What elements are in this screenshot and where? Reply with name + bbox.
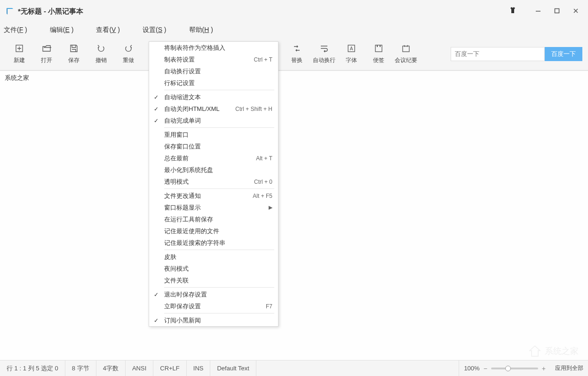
check-icon: ✓ [154, 291, 159, 298]
dropdown-item[interactable]: 窗口标题显示▶ [149, 202, 278, 213]
check-icon: ✓ [154, 94, 159, 101]
zoom-slider[interactable] [491, 368, 538, 369]
apply-all-button[interactable]: 应用到全部 [550, 364, 588, 372]
dropdown-item-label: 自动换行设置 [164, 67, 201, 76]
dropdown-item-label: 文件更改通知 [164, 192, 201, 200]
open-button[interactable]: 打开 [33, 41, 60, 67]
dropdown-item[interactable]: 将制表符作为空格插入 [149, 42, 278, 54]
menu-view[interactable]: 查看(V ) [96, 26, 120, 34]
save-button[interactable]: 保存 [60, 41, 87, 67]
dropdown-item[interactable]: 重用窗口 [149, 129, 278, 141]
menu-edit[interactable]: 编辑(E ) [50, 26, 74, 34]
app-icon [6, 7, 14, 16]
dropdown-item[interactable]: ✓订阅小黑新闻 [149, 314, 278, 326]
dropdown-item[interactable]: 文件关联 [149, 274, 278, 286]
dropdown-item[interactable]: 记住最近使用的文件 [149, 225, 278, 237]
font-button[interactable]: A 字体 [338, 41, 365, 67]
tool-label: 撤销 [95, 56, 107, 64]
dropdown-item-label: 文件关联 [164, 276, 189, 285]
dropdown-item[interactable]: 透明模式Ctrl + 0 [149, 176, 278, 188]
note-icon [373, 43, 384, 54]
check-icon: ✓ [154, 118, 159, 124]
svg-rect-1 [555, 9, 559, 13]
tool-label: 打开 [41, 56, 52, 64]
menu-help[interactable]: 帮助(H ) [189, 26, 213, 34]
dropdown-item[interactable]: 保存窗口位置 [149, 141, 278, 152]
window-title: *无标题 - 小黑记事本 [18, 7, 509, 16]
wrap-button[interactable]: 自动换行 [310, 41, 338, 67]
status-lang[interactable]: Default Text [210, 360, 256, 376]
replace-button[interactable]: 替换 [283, 41, 310, 67]
dropdown-item-label: 在运行工具前保存 [164, 215, 213, 224]
new-button[interactable]: 新建 [6, 41, 33, 67]
redo-button[interactable]: 重做 [115, 41, 142, 67]
dropdown-item[interactable]: 最小化到系统托盘 [149, 164, 278, 176]
maximize-icon[interactable] [554, 7, 560, 16]
tool-label: 自动换行 [313, 56, 335, 64]
minimize-icon[interactable] [535, 7, 541, 16]
tool-label: 重做 [123, 56, 134, 64]
status-lineend[interactable]: CR+LF [153, 360, 187, 376]
svg-rect-7 [380, 45, 381, 47]
dropdown-item[interactable]: 夜间模式 [149, 263, 278, 274]
save-icon [69, 43, 79, 54]
dropdown-item[interactable]: ✓自动完成单词 [149, 115, 278, 126]
check-icon: ✓ [154, 317, 159, 324]
zoom-control: 100% − + [459, 365, 550, 372]
watermark: 系统之家 [528, 345, 579, 357]
menu-settings[interactable]: 设置(S ) [143, 26, 167, 34]
dropdown-item[interactable]: 立即保存设置F7 [149, 300, 278, 312]
wrap-icon [319, 43, 329, 54]
search-button[interactable]: 百度一下 [545, 47, 582, 61]
zoom-out-icon[interactable]: − [484, 365, 487, 372]
close-icon[interactable] [573, 7, 579, 16]
status-mode[interactable]: INS [187, 360, 211, 376]
tool-label: 替换 [291, 56, 302, 64]
dropdown-item[interactable]: 文件更改通知Alt + F5 [149, 190, 278, 202]
status-chars[interactable]: 4字数 [96, 360, 126, 376]
svg-rect-6 [377, 45, 378, 47]
note-button[interactable]: 便签 [365, 41, 392, 67]
dropdown-item-label: 将制表符作为空格插入 [164, 44, 225, 52]
editor-content: 系统之家 [5, 74, 29, 81]
undo-button[interactable]: 撤销 [87, 41, 115, 67]
dropdown-item[interactable]: 自动换行设置 [149, 65, 278, 77]
svg-rect-8 [403, 46, 409, 52]
status-encoding[interactable]: ANSI [126, 360, 153, 376]
dropdown-item[interactable]: 制表符设置Ctrl + T [149, 54, 278, 65]
dropdown-item-label: 自动关闭HTML/XML [164, 105, 220, 113]
font-icon: A [346, 43, 357, 54]
dropdown-shortcut: Alt + F5 [253, 193, 272, 199]
redo-icon [123, 43, 134, 54]
dropdown-item[interactable]: 皮肤 [149, 251, 278, 263]
undo-icon [96, 43, 106, 54]
dropdown-item-label: 自动缩进文本 [164, 93, 201, 102]
meeting-button[interactable]: 会议纪要 [392, 41, 420, 67]
dropdown-item[interactable]: 记住最近搜索的字符串 [149, 237, 278, 249]
dropdown-item[interactable]: ✓自动缩进文本 [149, 91, 278, 103]
dropdown-item-label: 皮肤 [164, 253, 176, 261]
dropdown-item[interactable]: 行标记设置 [149, 77, 278, 89]
dropdown-shortcut: Ctrl + T [254, 56, 272, 63]
dropdown-item-label: 保存窗口位置 [164, 142, 201, 151]
dropdown-item[interactable]: 总在最前Alt + T [149, 152, 278, 164]
dropdown-shortcut: Alt + T [256, 155, 272, 162]
tool-label: 字体 [346, 56, 357, 64]
zoom-in-icon[interactable]: + [542, 365, 546, 372]
search-input[interactable] [451, 47, 545, 61]
search-wrap: 百度一下 [451, 47, 582, 61]
dropdown-item-label: 自动完成单词 [164, 117, 201, 125]
editor-area[interactable]: 系统之家 [0, 70, 588, 360]
title-bar: *无标题 - 小黑记事本 [0, 0, 588, 23]
menu-file[interactable]: 文件(F ) [4, 26, 27, 34]
dropdown-item-label: 制表符设置 [164, 55, 195, 64]
dropdown-item[interactable]: ✓自动关闭HTML/XMLCtrl + Shift + H [149, 103, 278, 115]
status-bytes[interactable]: 8 字节 [65, 360, 96, 376]
dropdown-item[interactable]: ✓退出时保存设置 [149, 289, 278, 300]
theme-icon[interactable] [509, 7, 516, 16]
dropdown-item-label: 重用窗口 [164, 131, 189, 139]
dropdown-item-label: 行标记设置 [164, 79, 195, 87]
dropdown-item[interactable]: 在运行工具前保存 [149, 213, 278, 225]
dropdown-item-label: 最小化到系统托盘 [164, 166, 213, 174]
status-position[interactable]: 行 1 : 1 列 5 选定 0 [0, 360, 65, 376]
